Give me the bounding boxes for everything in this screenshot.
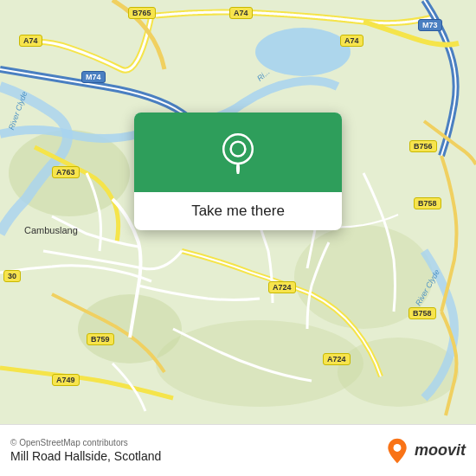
take-me-there-button[interactable]: Take me there [177, 192, 299, 230]
location-pin-icon [215, 132, 261, 177]
card-green-section [134, 113, 342, 192]
road-badge-a74-left: A74 [19, 35, 42, 47]
moovit-text: moovit [415, 441, 466, 460]
road-badge-b758-bot: B758 [408, 307, 436, 319]
road-badge-a749: A749 [52, 374, 80, 386]
bottom-bar: © OpenStreetMap contributors Mill Road H… [0, 424, 476, 476]
road-badge-b758-top: B758 [414, 197, 441, 209]
moovit-logo: moovit [385, 437, 466, 465]
map-container: A74 A74 M73 M74 A74 A763 B756 B758 A724 … [0, 0, 476, 424]
road-badge-a74-top: A74 [229, 7, 253, 19]
svg-point-8 [223, 134, 253, 164]
road-badge-a74-right: A74 [340, 35, 363, 47]
road-badge-m73: M73 [418, 19, 442, 31]
card-overlay[interactable]: Take me there [134, 113, 342, 230]
road-badge-b765: B765 [128, 7, 156, 19]
svg-point-7 [255, 28, 351, 76]
bottom-left-info: © OpenStreetMap contributors Mill Road H… [10, 438, 161, 463]
road-badge-b756: B756 [409, 140, 437, 152]
copyright-text: © OpenStreetMap contributors [10, 438, 161, 447]
road-badge-m74: M74 [81, 71, 106, 83]
svg-point-9 [231, 142, 246, 157]
road-badge-a724-2: A724 [323, 353, 351, 365]
road-badge-b759: B759 [87, 333, 114, 345]
location-name: Mill Road Hallside, Scotland [10, 449, 161, 463]
svg-point-10 [394, 444, 402, 452]
place-label-cambuslang: Cambuslang [24, 225, 78, 235]
road-badge-a763: A763 [52, 166, 80, 178]
road-badge-30: 30 [3, 270, 21, 282]
moovit-pin-icon [385, 437, 409, 465]
road-badge-a724-1: A724 [268, 281, 296, 293]
